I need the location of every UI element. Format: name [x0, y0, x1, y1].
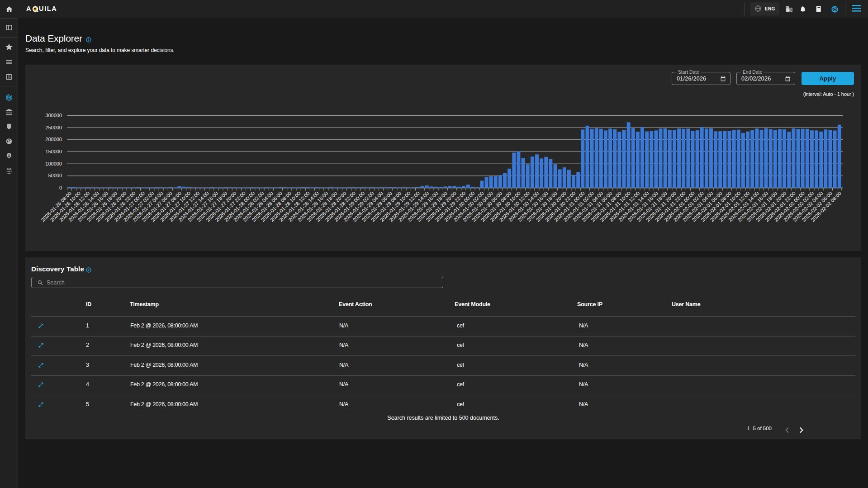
svg-text:300000: 300000: [45, 113, 62, 118]
svg-text:250000: 250000: [45, 125, 62, 130]
svg-text:100000: 100000: [45, 161, 62, 166]
svg-text:200000: 200000: [45, 137, 62, 142]
svg-text:0: 0: [59, 185, 62, 190]
svg-text:150000: 150000: [45, 149, 62, 154]
svg-text:50000: 50000: [48, 173, 62, 178]
